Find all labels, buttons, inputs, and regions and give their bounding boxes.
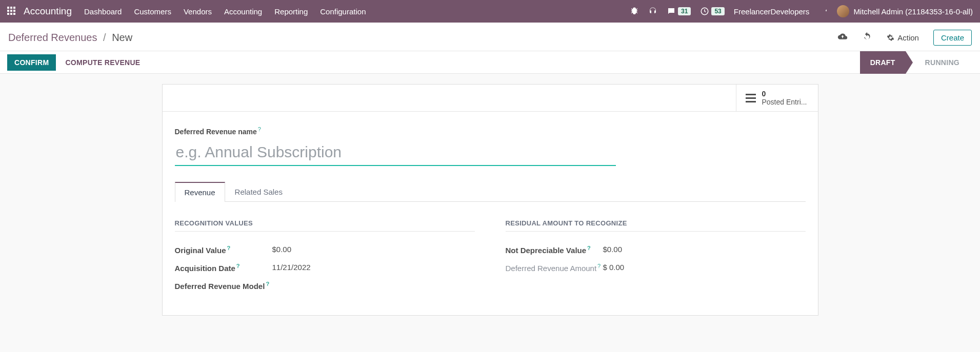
acquisition-date-label: Acquisition Date <box>175 264 235 273</box>
status-running[interactable]: RUNNING <box>915 51 970 74</box>
clock-icon <box>700 7 709 16</box>
status-draft[interactable]: DRAFT <box>860 51 906 74</box>
main-menu: Dashboard Customers Vendors Accounting R… <box>84 7 366 16</box>
help-icon[interactable]: ? <box>258 126 261 132</box>
avatar <box>837 5 849 17</box>
tab-revenue[interactable]: Revenue <box>175 182 225 202</box>
posted-entries-stat[interactable]: 0 Posted Entri... <box>736 85 818 111</box>
breadcrumb: Deferred Revenues / New <box>8 32 132 44</box>
menu-dashboard[interactable]: Dashboard <box>84 7 122 16</box>
confirm-button[interactable]: CONFIRM <box>7 54 56 71</box>
activities-button[interactable]: 53 <box>700 7 724 16</box>
residual-amount-section: RESIDUAL AMOUNT TO RECOGNIZE Not Depreci… <box>506 219 806 295</box>
help-icon[interactable]: ? <box>587 245 591 251</box>
acquisition-date[interactable]: 11/21/2022 <box>272 263 311 272</box>
status-bar: CONFIRM COMPUTE REVENUE DRAFT RUNNING <box>0 51 980 74</box>
tab-related-sales[interactable]: Related Sales <box>225 182 292 202</box>
menu-customers[interactable]: Customers <box>134 7 171 16</box>
menu-configuration[interactable]: Configuration <box>320 7 366 16</box>
help-icon[interactable]: ? <box>236 263 240 269</box>
app-brand[interactable]: Accounting <box>24 6 72 17</box>
bug-icon[interactable] <box>630 7 639 16</box>
breadcrumb-sep: / <box>103 32 106 43</box>
messages-button[interactable]: 31 <box>667 7 691 16</box>
create-button[interactable]: Create <box>933 30 972 46</box>
help-icon[interactable]: ? <box>266 281 269 287</box>
tabs: Revenue Related Sales <box>175 181 806 202</box>
tools-icon[interactable] <box>818 7 828 16</box>
name-label: Deferred Revenue name <box>175 128 257 136</box>
help-icon[interactable]: ? <box>597 263 601 269</box>
not-depreciable-value[interactable]: $0.00 <box>603 245 623 254</box>
user-menu[interactable]: Mitchell Admin (21184353-16-0-all) <box>837 5 973 17</box>
org-name[interactable]: FreelancerDevelopers <box>734 7 810 16</box>
deferred-revenue-name-input[interactable] <box>175 140 616 166</box>
posted-entries-label: Posted Entri... <box>762 98 807 106</box>
breadcrumb-root[interactable]: Deferred Revenues <box>8 32 97 43</box>
menu-accounting[interactable]: Accounting <box>224 7 262 16</box>
section-title-recognition: RECOGNITION VALUES <box>175 219 475 232</box>
section-title-residual: RESIDUAL AMOUNT TO RECOGNIZE <box>506 219 806 232</box>
action-label: Action <box>897 33 919 42</box>
not-depreciable-label: Not Depreciable Value <box>506 246 587 255</box>
form-sheet: 0 Posted Entri... Deferred Revenue name?… <box>162 84 818 316</box>
gear-icon <box>887 34 894 42</box>
chat-icon <box>667 7 676 16</box>
cp-actions: Action Create <box>837 30 972 46</box>
menu-vendors[interactable]: Vendors <box>184 7 212 16</box>
navbar-right: 31 53 FreelancerDevelopers Mitchell Admi… <box>630 5 973 17</box>
breadcrumb-leaf: New <box>112 32 132 43</box>
activities-badge: 53 <box>711 7 724 15</box>
top-navbar: Accounting Dashboard Customers Vendors A… <box>0 0 980 23</box>
apps-icon[interactable] <box>7 7 16 16</box>
deferred-revenue-amount: $ 0.00 <box>603 263 625 272</box>
recognition-values-section: RECOGNITION VALUES Original Value? $0.00… <box>175 219 475 295</box>
status-steps: DRAFT RUNNING <box>860 51 980 73</box>
posted-entries-count: 0 <box>762 90 807 98</box>
help-icon[interactable]: ? <box>227 245 231 251</box>
control-panel: Deferred Revenues / New Action Create <box>0 23 980 51</box>
deferred-revenue-amount-label: Deferred Revenue Amount <box>506 264 597 273</box>
original-value[interactable]: $0.00 <box>272 245 292 254</box>
list-icon <box>746 94 756 102</box>
user-name: Mitchell Admin (21184353-16-0-all) <box>853 7 973 16</box>
menu-reporting[interactable]: Reporting <box>274 7 308 16</box>
support-icon[interactable] <box>648 7 657 16</box>
deferred-revenue-model-label: Deferred Revenue Model <box>175 282 265 291</box>
cloud-save-icon[interactable] <box>837 31 848 44</box>
action-dropdown[interactable]: Action <box>887 33 919 42</box>
messages-badge: 31 <box>678 7 691 15</box>
discard-icon[interactable] <box>862 31 872 44</box>
original-value-label: Original Value <box>175 246 226 255</box>
compute-revenue-button[interactable]: COMPUTE REVENUE <box>65 58 140 67</box>
